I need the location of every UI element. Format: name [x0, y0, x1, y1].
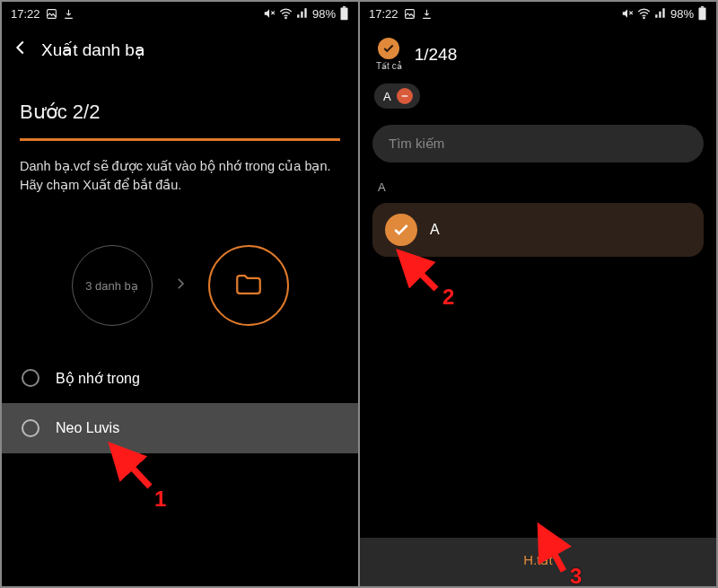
select-all-toggle[interactable]: Tất cả [376, 38, 402, 71]
back-icon[interactable] [11, 38, 31, 61]
contact-count-circle: 3 danh bạ [72, 245, 153, 326]
description: Danh bạ.vcf sẽ được xuất vào bộ nhớ tron… [2, 141, 358, 195]
section-header: A [360, 170, 716, 199]
chevron-right-icon [172, 276, 188, 295]
export-visual: 3 danh bạ [2, 227, 358, 344]
done-button[interactable]: H.tất [360, 538, 716, 586]
picture-icon [46, 8, 57, 20]
wifi-icon [279, 7, 293, 21]
page-title: Xuất danh bạ [41, 39, 145, 60]
signal-icon [296, 7, 309, 20]
picture-icon [404, 8, 416, 20]
svg-rect-12 [701, 6, 704, 8]
annotation-number-3: 3 [570, 564, 582, 586]
option-label: Bộ nhớ trong [56, 370, 140, 387]
svg-point-3 [285, 17, 286, 18]
radio-icon [22, 369, 39, 387]
screen-select-contacts: 17:22 98% Tất cả 1/248 A Tìm kiếm A A [358, 2, 716, 586]
annotation-number-1: 1 [154, 487, 166, 512]
battery-icon [339, 6, 349, 21]
check-icon [385, 214, 417, 246]
selected-chip[interactable]: A [374, 83, 420, 109]
option-internal-storage[interactable]: Bộ nhớ trong [2, 353, 358, 403]
chip-row: A [360, 78, 716, 118]
status-time: 17:22 [11, 7, 40, 21]
svg-rect-13 [401, 95, 407, 96]
folder-circle [208, 245, 289, 326]
check-icon [378, 38, 399, 59]
option-label: Neo Luvis [56, 420, 119, 436]
screen-export-contacts: 17:22 98% Xuất danh bạ Bước 2/2 Danh bạ.… [2, 2, 358, 586]
status-time: 17:22 [369, 7, 398, 21]
battery-icon [697, 6, 707, 21]
contact-row[interactable]: A [372, 203, 704, 257]
svg-rect-11 [699, 8, 706, 21]
svg-rect-5 [343, 6, 346, 8]
svg-rect-4 [341, 8, 348, 21]
status-bar: 17:22 98% [2, 2, 358, 25]
search-placeholder: Tìm kiếm [389, 136, 444, 151]
mute-icon [263, 7, 276, 20]
option-neo-luvis[interactable]: Neo Luvis [2, 403, 358, 453]
search-input[interactable]: Tìm kiếm [372, 125, 704, 162]
annotation-number-2: 2 [442, 285, 454, 310]
step-section: Bước 2/2 [2, 70, 358, 127]
step-label: Bước 2/2 [20, 101, 340, 124]
selection-header: Tất cả 1/248 [360, 25, 716, 78]
status-battery: 98% [312, 7, 336, 21]
signal-icon [654, 7, 667, 20]
radio-icon [22, 419, 39, 437]
svg-point-10 [644, 17, 644, 18]
header: Xuất danh bạ [2, 25, 358, 70]
selection-counter: 1/248 [415, 45, 458, 65]
chip-label: A [383, 90, 391, 103]
wifi-icon [637, 7, 651, 21]
mute-icon [621, 7, 634, 20]
contact-name: A [430, 222, 440, 238]
download-icon [63, 8, 74, 20]
storage-options: Bộ nhớ trong Neo Luvis [2, 353, 358, 453]
remove-icon[interactable] [397, 88, 413, 104]
status-battery: 98% [670, 7, 694, 21]
folder-icon [233, 269, 264, 303]
select-all-label: Tất cả [376, 61, 402, 71]
download-icon [421, 8, 433, 20]
status-bar: 17:22 98% [360, 2, 716, 25]
